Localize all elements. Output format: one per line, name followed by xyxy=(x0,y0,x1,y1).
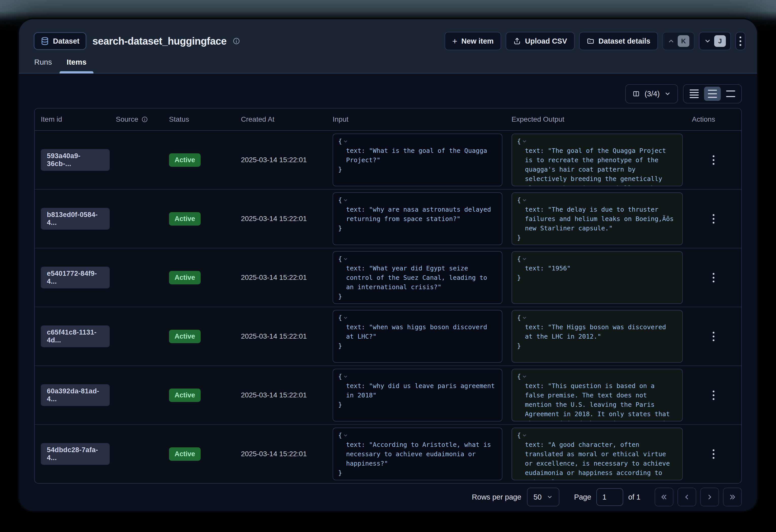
row-actions-cell xyxy=(686,273,741,282)
expected-output-cell: { text: "A good character, often transla… xyxy=(506,427,686,480)
collapse-chevron-icon[interactable] xyxy=(522,139,527,144)
dataset-details-button[interactable]: Dataset details xyxy=(579,32,658,50)
collapse-chevron-icon[interactable] xyxy=(522,433,527,438)
item-id-cell: c65f41c8-1131-4d... xyxy=(35,325,110,347)
row-menu-button[interactable] xyxy=(713,273,715,282)
prev-page-icon xyxy=(683,493,691,501)
row-menu-button[interactable] xyxy=(713,391,715,400)
expected-output-json-box[interactable]: { text: "This question is based on a fal… xyxy=(512,369,683,421)
collapse-chevron-icon[interactable] xyxy=(522,256,527,261)
pagination-bar: Rows per page 50 Page of 1 xyxy=(34,488,742,506)
chevron-down-icon xyxy=(664,91,671,97)
input-json-text: text: "when was higgs boson discoverd at… xyxy=(338,322,497,341)
last-page-button[interactable] xyxy=(723,488,742,506)
input-cell: { text: "What year did Egypt seize contr… xyxy=(327,251,506,304)
input-json-box[interactable]: { text: "What year did Egypt seize contr… xyxy=(333,251,503,304)
plus-icon: + xyxy=(452,37,457,45)
keycap-j: J xyxy=(714,35,726,47)
input-json-box[interactable]: { text: "What is the goal of the Quagga … xyxy=(333,134,503,186)
new-item-button[interactable]: + New item xyxy=(445,32,501,50)
item-id-pill[interactable]: 60a392da-81ad-4... xyxy=(41,384,110,406)
collapse-chevron-icon[interactable] xyxy=(343,315,348,320)
collapse-chevron-icon[interactable] xyxy=(343,374,348,379)
collapse-chevron-icon[interactable] xyxy=(343,433,348,438)
row-menu-button[interactable] xyxy=(713,332,715,341)
tab-runs[interactable]: Runs xyxy=(34,58,52,73)
row-menu-button[interactable] xyxy=(713,450,715,459)
rows-per-page-select[interactable]: 50 xyxy=(527,488,559,506)
item-id-pill[interactable]: e5401772-84f9-4... xyxy=(41,267,110,289)
table-row[interactable]: 593a40a9-36cb-... Active 2025-03-14 15:2… xyxy=(35,131,741,190)
columns-selector[interactable]: (3/4) xyxy=(625,84,678,104)
input-json-box[interactable]: { text: "why are nasa astronauts delayed… xyxy=(333,192,503,245)
row-actions-cell xyxy=(686,155,741,165)
row-menu-button[interactable] xyxy=(713,155,715,165)
collapse-chevron-icon[interactable] xyxy=(343,139,348,144)
info-icon[interactable] xyxy=(233,37,240,45)
upload-csv-button[interactable]: Upload CSV xyxy=(506,32,575,50)
collapse-chevron-icon[interactable] xyxy=(343,256,348,261)
expected-output-json-text: text: "A good character, often translate… xyxy=(517,440,677,480)
info-icon[interactable] xyxy=(141,116,148,123)
page-number-input[interactable] xyxy=(596,488,623,506)
expected-output-json-box[interactable]: { text: "The goal of the Quagga Project … xyxy=(512,134,683,186)
expected-output-json-box[interactable]: { text: "1956" } xyxy=(512,251,683,304)
expected-output-json-text: text: "1956" xyxy=(517,263,677,273)
item-id-pill[interactable]: 54dbdc28-7afa-4... xyxy=(41,443,110,465)
expected-output-cell: { text: "The Higgs boson was discovered … xyxy=(506,310,686,363)
status-badge: Active xyxy=(169,448,201,461)
status-badge: Active xyxy=(169,271,201,285)
collapse-chevron-icon[interactable] xyxy=(522,374,527,379)
item-id-pill[interactable]: c65f41c8-1131-4d... xyxy=(41,325,110,347)
first-page-button[interactable] xyxy=(655,488,673,506)
prev-page-button[interactable] xyxy=(677,488,696,506)
table-row[interactable]: 60a392da-81ad-4... Active 2025-03-14 15:… xyxy=(35,366,741,425)
page-count-label: of 1 xyxy=(628,493,640,501)
columns-count: (3/4) xyxy=(644,90,660,98)
item-id-pill[interactable]: 593a40a9-36cb-... xyxy=(41,149,110,171)
expected-output-json-box[interactable]: { text: "The delay is due to thruster fa… xyxy=(512,192,683,245)
next-page-button[interactable] xyxy=(700,488,719,506)
collapse-chevron-icon[interactable] xyxy=(522,198,527,203)
input-json-box[interactable]: { text: "when was higgs boson discoverd … xyxy=(333,310,503,363)
density-compact-icon[interactable] xyxy=(686,87,703,101)
input-json-text: text: "What year did Egypt seize control… xyxy=(338,263,497,292)
table-row[interactable]: 54dbdc28-7afa-4... Active 2025-03-14 15:… xyxy=(35,425,741,483)
input-json-box[interactable]: { text: "According to Aristotle, what is… xyxy=(333,427,503,480)
next-page-icon xyxy=(706,493,714,501)
collapse-chevron-icon[interactable] xyxy=(343,198,348,203)
table-row[interactable]: c65f41c8-1131-4d... Active 2025-03-14 15… xyxy=(35,307,741,366)
status-cell: Active xyxy=(163,330,235,343)
header-buttons: + New item Upload CSV xyxy=(445,32,745,50)
col-header-input: Input xyxy=(327,115,506,124)
expected-output-json-box[interactable]: { text: "A good character, often transla… xyxy=(512,427,683,480)
table-row[interactable]: b813ed0f-0584-4... Active 2025-03-14 15:… xyxy=(35,190,741,248)
status-cell: Active xyxy=(163,271,235,285)
expected-output-json-text: text: "The Higgs boson was discovered at… xyxy=(517,322,677,341)
created-at-cell: 2025-03-14 15:22:01 xyxy=(235,450,327,458)
database-icon xyxy=(40,37,49,45)
app-window: Dataset search-dataset_huggingface + New… xyxy=(19,19,757,511)
next-item-shortcut-button[interactable]: J xyxy=(699,32,731,50)
tab-items[interactable]: Items xyxy=(67,58,86,73)
dataset-badge-label: Dataset xyxy=(53,37,79,45)
tab-bar: Runs Items xyxy=(34,58,86,73)
more-options-button[interactable] xyxy=(736,32,745,50)
input-json-text: text: "According to Aristotle, what is n… xyxy=(338,440,497,468)
input-json-box[interactable]: { text: "why did us leave paris agreemen… xyxy=(333,369,503,421)
status-badge: Active xyxy=(169,388,201,402)
col-header-actions: Actions xyxy=(686,115,741,124)
page-title: search-dataset_huggingface xyxy=(92,35,226,47)
expected-output-json-text: text: "This question is based on a false… xyxy=(517,381,677,421)
row-menu-button[interactable] xyxy=(713,214,715,223)
item-id-pill[interactable]: b813ed0f-0584-4... xyxy=(41,208,110,230)
expected-output-json-box[interactable]: { text: "The Higgs boson was discovered … xyxy=(512,310,683,363)
collapse-chevron-icon[interactable] xyxy=(522,315,527,320)
dataset-badge: Dataset xyxy=(34,32,86,50)
status-cell: Active xyxy=(163,448,235,461)
prev-item-shortcut-button[interactable]: K xyxy=(662,32,695,50)
status-badge: Active xyxy=(169,330,201,343)
density-medium-icon[interactable] xyxy=(704,87,721,101)
density-tall-icon[interactable] xyxy=(722,87,739,101)
table-row[interactable]: e5401772-84f9-4... Active 2025-03-14 15:… xyxy=(35,248,741,307)
